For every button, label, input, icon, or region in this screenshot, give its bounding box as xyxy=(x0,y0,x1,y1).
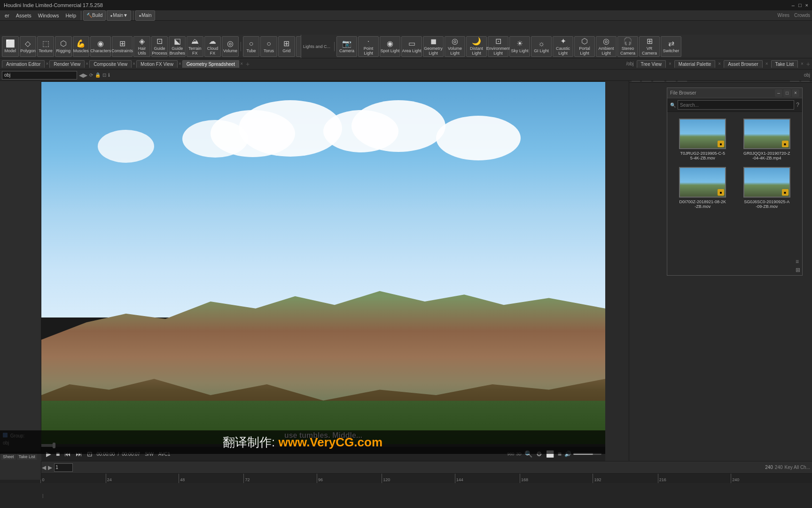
frame-box[interactable] xyxy=(54,463,73,472)
tool-terrain[interactable]: ⛰ Terrain FX xyxy=(187,36,203,57)
timeline-toolbar: ▶ ▶▶ ▶| ◀ ▶ 240 240 Key All Ch... xyxy=(0,461,812,474)
fw-maximize[interactable]: □ xyxy=(783,89,791,97)
lights-toolbar: Lights and C... 📷 Camera · Point Light ◉… xyxy=(301,35,812,58)
file-badge-3: ■ xyxy=(718,189,724,196)
ruler-240: 240 xyxy=(731,474,739,483)
tool-env-light[interactable]: ⊡ Environment Light xyxy=(488,36,508,57)
sync-icon[interactable]: ⟳ xyxy=(89,72,93,78)
tool-geometry-light[interactable]: ◼ Geometry Light xyxy=(423,36,444,57)
tool-vr-camera[interactable]: ⊞ VR Camera xyxy=(639,36,660,57)
tool-ambient-light[interactable]: ◎ Ambient Light xyxy=(596,36,617,57)
file-badge-4: ■ xyxy=(782,189,789,196)
tab-material-palette[interactable]: Material Palette xyxy=(674,60,715,68)
input-bar: ◀▶ ⟳ 🔒 ⊡ ℹ obj xyxy=(0,70,812,81)
point-light-icon: · xyxy=(367,38,369,45)
fw-close[interactable]: × xyxy=(792,89,799,97)
tool-rigging[interactable]: ⬡ Rigging xyxy=(55,36,72,57)
tool-switcher[interactable]: ⇄ Switcher xyxy=(661,36,681,57)
tab-sheet[interactable]: Sheet xyxy=(1,453,16,460)
tool-area-light[interactable]: ▭ Area Light xyxy=(401,36,422,57)
file-thumb-3: ■ xyxy=(679,167,726,198)
tool-volume[interactable]: ◎ Volume xyxy=(222,36,239,57)
model-icon: ⬜ xyxy=(6,40,15,48)
tool-polygon[interactable]: ◇ Polygon xyxy=(20,36,37,57)
tool-point-light[interactable]: · Point Light xyxy=(358,36,379,57)
file-search-input[interactable] xyxy=(678,100,794,110)
tab-obj-oly: /obj xyxy=(626,61,633,66)
cloud-6 xyxy=(98,130,154,163)
tool-guide-brushes[interactable]: ⬕ Guide Brushes xyxy=(169,36,186,57)
texture-icon: ⬚ xyxy=(42,40,49,48)
tool-cloud[interactable]: ☁ Cloud FX xyxy=(204,36,221,57)
tab-tree-view[interactable]: Tree View xyxy=(637,60,666,68)
tool-guide-process[interactable]: ⊡ Guide Process xyxy=(151,36,168,57)
tab-motion-fx[interactable]: Motion FX View xyxy=(136,60,178,68)
timeline-frame-forward[interactable]: ▶ xyxy=(48,464,52,471)
tool-muscles[interactable]: 💪 Muscles xyxy=(73,36,90,57)
file-grid: ■ T0JRUG2-2019905-C-55-4K-ZB.mov ■ GR0JQ… xyxy=(667,112,802,215)
file-item-2[interactable]: ■ GR0JQQX1-20190720-Z-04-4K-ZB.mp4 xyxy=(736,117,798,162)
menu-er[interactable]: er xyxy=(2,12,12,19)
floating-wc: – □ × xyxy=(775,89,799,97)
tool-torus[interactable]: ○ Torus xyxy=(260,36,277,57)
tab-sep1: × xyxy=(46,61,48,66)
filter-icon[interactable]: ⊡ xyxy=(102,72,106,78)
minimize-btn[interactable]: – xyxy=(792,2,795,8)
tool-spot-light[interactable]: ◉ Spot Light xyxy=(380,36,400,57)
tab-animation-editor[interactable]: Animation Editor xyxy=(2,60,45,68)
fw-minimize[interactable]: – xyxy=(775,89,782,97)
obj-label-right: obj xyxy=(804,72,810,78)
tool-hair[interactable]: ◈ Hair Utils xyxy=(133,36,150,57)
tab-geometry-spreadsheet[interactable]: Geometry Spreadsheet xyxy=(182,60,239,68)
clouds-layer xyxy=(41,100,605,300)
tool-camera[interactable]: 📷 Camera xyxy=(336,36,357,57)
tool-constraints[interactable]: ⊞ Constraints xyxy=(112,36,133,57)
list-view-icon[interactable]: ≡ xyxy=(796,258,800,265)
sep2 xyxy=(133,11,133,20)
file-item-1[interactable]: ■ T0JRUG2-2019905-C-55-4K-ZB.mov xyxy=(672,117,734,162)
tool-sky-light[interactable]: ☀ Sky Light xyxy=(509,36,530,57)
menu-assets[interactable]: Assets xyxy=(13,12,34,19)
search-icon: 🔍 xyxy=(670,103,676,108)
main-selector[interactable]: ⬥ Main ▼ xyxy=(107,10,131,21)
lock-icon[interactable]: 🔒 xyxy=(95,72,101,78)
file-item-4[interactable]: ■ SG0J6SC0-20190925-A-09-ZB.mov xyxy=(736,165,798,211)
search-help[interactable]: ? xyxy=(796,102,799,108)
tool-distant-light[interactable]: 🌙 Distant Light xyxy=(466,36,487,57)
tool-gi-light[interactable]: ☼ GI Light xyxy=(531,36,552,57)
menu-help[interactable]: Help xyxy=(62,12,79,19)
tool-caustic-light[interactable]: ✦ Caustic Light xyxy=(553,36,573,57)
tool-model[interactable]: ⬜ Model xyxy=(2,36,19,57)
tab-take-list[interactable]: Take List xyxy=(771,60,798,68)
info-icon[interactable]: ℹ xyxy=(108,72,110,78)
tool-texture[interactable]: ⬚ Texture xyxy=(37,36,54,57)
right-tab-add[interactable]: + xyxy=(806,60,810,68)
ambient-light-icon: ◎ xyxy=(603,38,609,45)
menu-windows[interactable]: Windows xyxy=(35,12,62,19)
tool-tube[interactable]: ○ Tube xyxy=(243,36,260,57)
file-thumb-4: ■ xyxy=(743,167,790,198)
timeline-frame-back[interactable]: ◀ xyxy=(42,464,46,471)
build-btn[interactable]: 🔨 Build xyxy=(83,10,106,21)
tab-composite-view[interactable]: Composite View xyxy=(89,60,132,68)
grid-view-icon[interactable]: ⊞ xyxy=(796,267,800,273)
volume-tool-icon: ◎ xyxy=(227,40,234,48)
tool-characters[interactable]: ◉ Characters xyxy=(90,36,111,57)
ruler-216: 216 xyxy=(658,474,666,483)
ruler-48: 48 xyxy=(179,474,185,483)
tool-portal-light[interactable]: ⬡ Portal Light xyxy=(574,36,595,57)
path-input[interactable] xyxy=(2,71,77,79)
maximize-btn[interactable]: □ xyxy=(798,2,802,8)
file-name-1: T0JRUG2-2019905-C-55-4K-ZB.mov xyxy=(679,151,726,160)
tab-render-view[interactable]: Render View xyxy=(49,60,85,68)
tool-stereo-camera[interactable]: 🎧 Stereo Camera xyxy=(617,36,638,57)
tab-sep3: × xyxy=(133,61,135,66)
tool-grid[interactable]: ⊞ Grid xyxy=(278,36,295,57)
tab-asset-browser[interactable]: Asset Browser xyxy=(724,60,762,68)
vr-camera-icon: ⊞ xyxy=(647,38,653,45)
tab-add-icon[interactable]: + xyxy=(246,60,250,68)
file-item-3[interactable]: ■ D0I700Z-2018921-08-2K-ZB.mov xyxy=(672,165,734,211)
close-btn[interactable]: × xyxy=(805,2,808,8)
tool-volume-light[interactable]: ◎ Volume Light xyxy=(445,36,465,57)
tab-take-list-bottom[interactable]: Take List xyxy=(17,453,38,460)
